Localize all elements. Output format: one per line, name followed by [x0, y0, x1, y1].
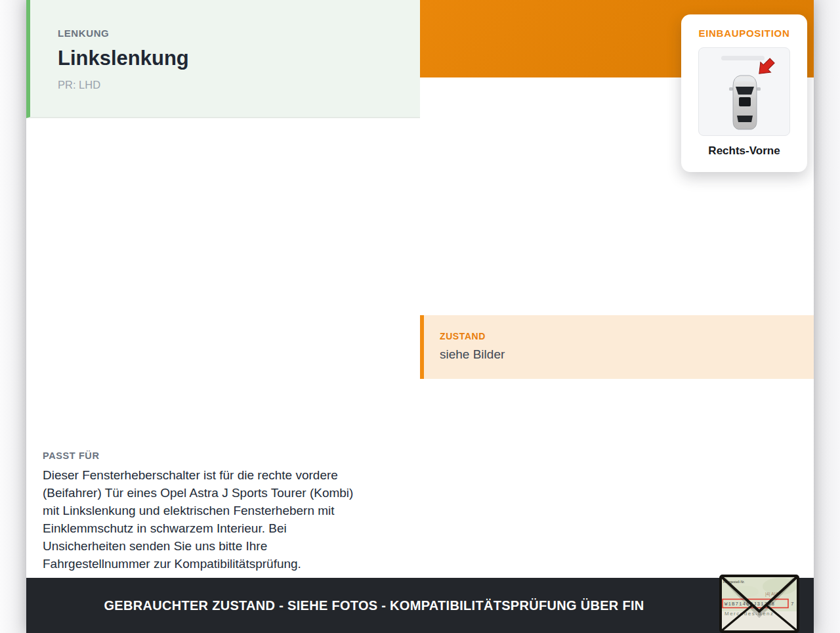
spec-card-lenkung: LENKUNG Linkslenkung PR: LHD: [26, 0, 420, 117]
content-area: Art-Nr: 964903 INNENRAUMFARBE Schwarz PR…: [26, 0, 814, 633]
passt-fuer-card: PASST FÜR Dieser Fensterheberschalter is…: [26, 433, 420, 575]
envelope-icon: Fahrgestell-Nr. |4| AIA W1B71463J31298 7…: [719, 575, 799, 633]
right-mirror: [757, 87, 761, 91]
passt-fuer-description: Dieser Fensterheberschalter ist für die …: [43, 466, 407, 573]
einbauposition-label: EINBAUPOSITION: [681, 28, 807, 39]
spec-value: Linkslenkung: [58, 47, 407, 70]
zustand-value: siehe Bilder: [440, 347, 801, 362]
einbauposition-card: EINBAUPOSITION: [681, 14, 807, 172]
sunroof: [739, 97, 751, 106]
zustand-card: ZUSTAND siehe Bilder: [420, 315, 814, 379]
brand-text: Mercedes-Benz: [724, 611, 774, 617]
watermark: [721, 56, 765, 60]
car-position-image: [698, 47, 790, 136]
vin-suffix-text: 7: [791, 601, 794, 607]
rear-window: [737, 116, 753, 122]
einbauposition-value: Rechts-Vorne: [681, 144, 807, 158]
left-mirror: [729, 87, 733, 91]
envelope-image: Fahrgestell-Nr. |4| AIA W1B71463J31298 7…: [719, 575, 799, 633]
footer-notice-text: GEBRAUCHTER ZUSTAND - SIEHE FOTOS - KOMP…: [26, 578, 722, 633]
spec-label: LENKUNG: [58, 28, 407, 39]
passt-fuer-label: PASST FÜR: [43, 450, 407, 461]
spec-pr-code: PR: LHD: [58, 79, 407, 91]
footer-bar: GEBRAUCHTER ZUSTAND - SIEHE FOTOS - KOMP…: [26, 578, 814, 633]
page-background: { "header": { "title": "Art-Nr: 964903" …: [0, 0, 840, 633]
windshield: [736, 87, 754, 95]
zustand-label: ZUSTAND: [440, 331, 801, 341]
car-top-view-icon: [699, 48, 790, 136]
